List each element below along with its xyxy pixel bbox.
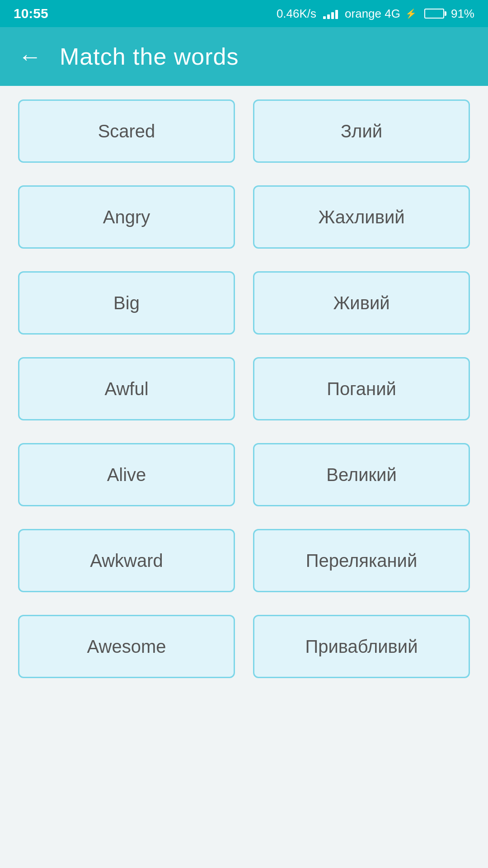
english-card-3[interactable]: Awful — [18, 357, 235, 420]
english-word-2: Big — [104, 293, 149, 313]
word-row-2: Big Живий — [18, 271, 470, 335]
ukrainian-word-2: Живий — [324, 293, 399, 313]
status-bar: 10:55 0.46K/s orange 4G ⚡ 91% — [0, 0, 488, 27]
ukrainian-card-5[interactable]: Переляканий — [253, 529, 470, 592]
english-word-3: Awful — [95, 379, 157, 399]
ukrainian-card-0[interactable]: Злий — [253, 99, 470, 163]
ukrainian-card-1[interactable]: Жахливий — [253, 185, 470, 249]
network-speed: 0.46K/s — [277, 7, 316, 21]
status-time: 10:55 — [14, 6, 48, 21]
word-row-1: Angry Жахливий — [18, 185, 470, 249]
english-card-2[interactable]: Big — [18, 271, 235, 335]
word-row-6: Awesome Привабливий — [18, 615, 470, 678]
charging-icon: ⚡ — [405, 8, 417, 19]
battery-icon — [424, 9, 444, 19]
ukrainian-card-2[interactable]: Живий — [253, 271, 470, 335]
english-card-4[interactable]: Alive — [18, 443, 235, 506]
status-right: 0.46K/s orange 4G ⚡ 91% — [277, 7, 474, 21]
page-title: Match the words — [60, 43, 239, 70]
ukrainian-card-6[interactable]: Привабливий — [253, 615, 470, 678]
ukrainian-card-3[interactable]: Поганий — [253, 357, 470, 420]
english-word-0: Scared — [89, 121, 164, 142]
english-card-5[interactable]: Awkward — [18, 529, 235, 592]
word-row-0: Scared Злий — [18, 99, 470, 163]
english-card-0[interactable]: Scared — [18, 99, 235, 163]
ukrainian-word-4: Великий — [317, 465, 405, 485]
ukrainian-word-0: Злий — [332, 121, 391, 142]
ukrainian-word-1: Жахливий — [309, 207, 413, 227]
english-card-6[interactable]: Awesome — [18, 615, 235, 678]
signal-icon — [323, 8, 338, 19]
battery-percent: 91% — [451, 7, 474, 21]
top-bar: ← Match the words — [0, 27, 488, 86]
ukrainian-word-5: Переляканий — [297, 551, 427, 571]
ukrainian-word-6: Привабливий — [296, 637, 427, 657]
word-row-4: Alive Великий — [18, 443, 470, 506]
ukrainian-word-3: Поганий — [318, 379, 405, 399]
english-word-4: Alive — [98, 465, 155, 485]
english-word-6: Awesome — [78, 637, 175, 657]
english-word-1: Angry — [94, 207, 160, 227]
word-row-3: Awful Поганий — [18, 357, 470, 420]
ukrainian-card-4[interactable]: Великий — [253, 443, 470, 506]
word-matching-area: Scared Злий Angry Жахливий Big Живий Awf… — [0, 86, 488, 714]
carrier-label: orange 4G — [345, 7, 400, 21]
word-row-5: Awkward Переляканий — [18, 529, 470, 592]
english-card-1[interactable]: Angry — [18, 185, 235, 249]
english-word-5: Awkward — [81, 551, 172, 571]
back-button[interactable]: ← — [18, 45, 42, 68]
